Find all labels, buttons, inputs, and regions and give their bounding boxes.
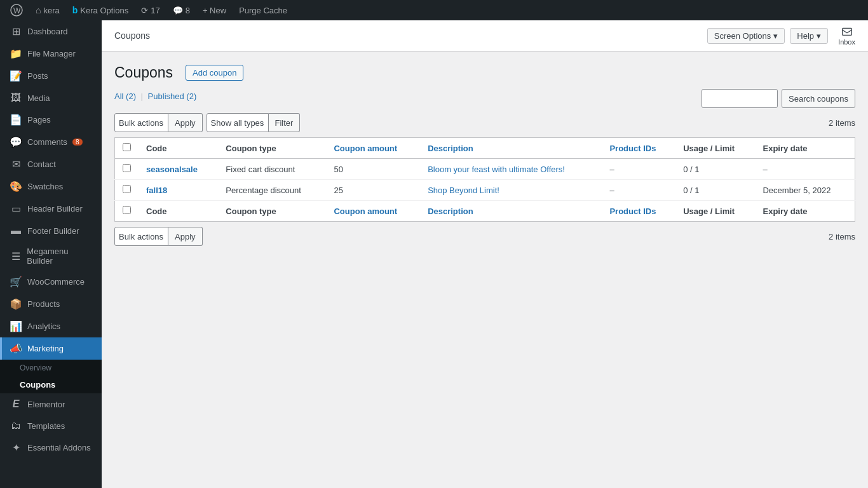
sidebar-item-elementor[interactable]: E Elementor [0,393,102,415]
sidebar-item-dashboard[interactable]: ⊞ Dashboard [0,20,102,43]
row1-expiry-date: – [755,159,855,180]
marketing-submenu: Overview Coupons [0,360,102,393]
col-usage-limit: Usage / Limit [675,138,755,159]
essential-addons-icon: ✦ [10,442,22,454]
sidebar-item-comments[interactable]: 💬 Comments 8 [0,131,102,153]
page-header-title: Coupons [114,30,150,41]
footer-col-code: Code [139,201,218,222]
bulk-actions-top: Bulk actions Apply [114,113,203,132]
sidebar-item-media[interactable]: 🖼 Media [0,87,102,109]
table-footer-header-row: Code Coupon type Coupon amount Descripti… [115,201,855,222]
col-coupon-amount[interactable]: Coupon amount [326,138,420,159]
title-row: Coupons Add coupon [114,64,855,81]
sidebar-item-templates[interactable]: 🗂 Templates [0,415,102,437]
plugin-item[interactable]: b Kera Options [67,0,133,20]
dashboard-icon: ⊞ [10,25,22,37]
col-expiry-date: Expiry date [755,138,855,159]
coupon-link-fall18[interactable]: fall18 [146,186,167,195]
admin-bar: W ⌂ kera b Kera Options ⟳ 17 💬 8 + New P… [0,0,868,20]
all-view-link[interactable]: All (2) [114,92,136,101]
analytics-icon: 📊 [10,320,22,332]
col-code: Code [139,138,218,159]
col-product-ids[interactable]: Product IDs [602,138,675,159]
row2-checkbox[interactable] [123,185,131,193]
wp-logo[interactable]: W [5,0,28,20]
apply-top-button[interactable]: Apply [168,113,203,132]
row2-amount: 25 [326,180,420,201]
submenu-overview[interactable]: Overview [0,360,102,376]
products-icon: 📦 [10,298,22,310]
filter-button[interactable]: Filter [269,113,301,132]
row1-checkbox[interactable] [123,164,131,172]
footer-col-coupon-amount[interactable]: Coupon amount [326,201,420,222]
table-row: seasonalsale Fixed cart discount 50 Bloo… [115,159,855,180]
marketing-icon: 📣 [10,342,22,355]
row2-expiry-date: December 5, 2022 [755,180,855,201]
inbox-button[interactable]: Inbox [838,25,855,46]
sidebar-item-footer-builder[interactable]: ▬ Footer Builder [0,220,102,241]
site-name-item[interactable]: ⌂ kera [31,0,65,20]
row2-desc: Shop Beyond Limit! [420,180,602,201]
submenu-coupons[interactable]: Coupons [0,376,102,393]
sidebar-item-pages[interactable]: 📄 Pages [0,109,102,131]
items-count-bottom: 2 items [829,232,855,241]
woocommerce-icon: 🛒 [10,276,22,288]
bulk-actions-bottom: Bulk actions Apply [114,227,203,246]
updates-item[interactable]: ⟳ 17 [136,0,165,20]
sidebar-item-header-builder[interactable]: ▭ Header Builder [0,198,102,220]
footer-col-product-ids[interactable]: Product IDs [602,201,675,222]
type-filter-select[interactable]: Show all types [207,113,269,132]
sidebar-item-analytics[interactable]: 📊 Analytics [0,315,102,337]
sidebar-item-file-manager[interactable]: 📁 File Manager [0,43,102,65]
coupon-link-seasonalsale[interactable]: seasonalsale [146,165,198,174]
search-coupons-button[interactable]: Search coupons [782,89,855,108]
footer-check-col [115,201,139,222]
footer-col-expiry-date: Expiry date [755,201,855,222]
chevron-down-icon: ▾ [773,31,778,41]
select-all-checkbox[interactable] [123,143,131,151]
elementor-icon: E [10,398,22,410]
footer-col-description[interactable]: Description [420,201,602,222]
sidebar-item-contact[interactable]: ✉ Contact [0,153,102,175]
published-view-link[interactable]: Published (2) [148,92,197,101]
view-links: All (2) | Published (2) [114,92,196,101]
apply-bottom-button[interactable]: Apply [168,227,203,246]
comments-item[interactable]: 💬 8 [168,0,195,20]
page-title: Coupons [114,64,173,81]
swatches-icon: 🎨 [10,180,22,193]
purge-cache-item[interactable]: Purge Cache [234,0,292,20]
footer-builder-icon: ▬ [10,225,22,236]
sidebar-item-essential-addons[interactable]: ✦ Essential Addons [0,437,102,459]
screen-options-button[interactable]: Screen Options ▾ [707,28,785,44]
svg-rect-2 [842,29,851,36]
select-all-col [115,138,139,159]
row1-amount: 50 [326,159,420,180]
add-coupon-button[interactable]: Add coupon [186,65,243,81]
row2-code: fall18 [139,180,218,201]
bulk-actions-select-bottom[interactable]: Bulk actions [114,227,168,246]
sidebar-item-megamenu-builder[interactable]: ☰ Megamenu Builder [0,241,102,271]
bottom-bar: Bulk actions Apply 2 items [114,227,855,246]
help-button[interactable]: Help ▾ [790,28,828,44]
sidebar-item-marketing[interactable]: 📣 Marketing [0,337,102,360]
top-right-buttons: Screen Options ▾ Help ▾ [707,28,828,44]
main-content: Coupons Screen Options ▾ Help ▾ [102,20,868,488]
sidebar-item-products[interactable]: 📦 Products [0,293,102,315]
sidebar-item-posts[interactable]: 📝 Posts [0,65,102,87]
bulk-actions-select-top[interactable]: Bulk actions [114,113,168,132]
row2-type: Percentage discount [218,180,326,201]
sidebar-item-swatches[interactable]: 🎨 Swatches [0,175,102,198]
posts-icon: 📝 [10,70,22,82]
contact-icon: ✉ [10,158,22,170]
templates-icon: 🗂 [10,420,22,431]
svg-text:W: W [13,6,21,15]
row1-check [115,159,139,180]
row1-type: Fixed cart discount [218,159,326,180]
footer-select-all-checkbox[interactable] [123,206,131,214]
search-input[interactable] [702,89,778,108]
table-header-row: Code Coupon type Coupon amount Descripti… [115,138,855,159]
col-description[interactable]: Description [420,138,602,159]
sidebar-item-woocommerce[interactable]: 🛒 WooCommerce [0,271,102,293]
row1-product-ids: – [602,159,675,180]
new-item[interactable]: + New [198,0,231,20]
